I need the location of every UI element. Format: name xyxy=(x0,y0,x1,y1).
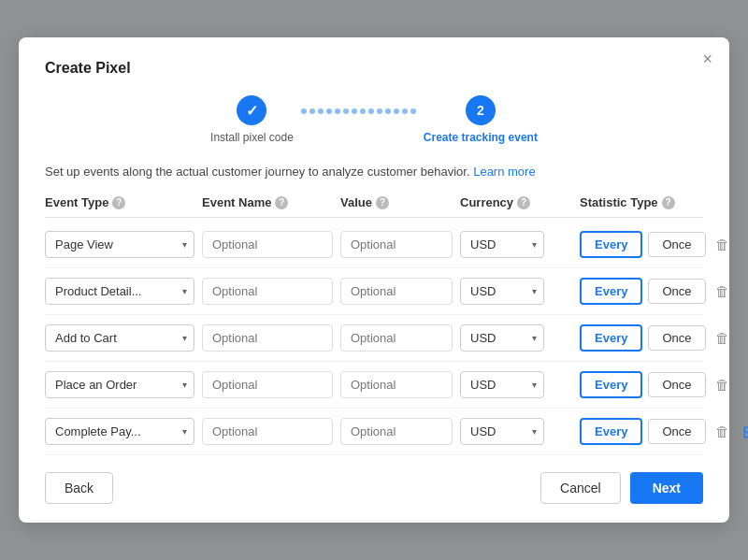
currency-select-wrapper-1: USDEURGBPCNY ▾ xyxy=(460,231,544,258)
th-currency: Currency ? xyxy=(460,195,572,209)
currency-select-3[interactable]: USDEURGBPCNY xyxy=(460,324,544,352)
event-rows: Page View Product Detail Add to Cart Pla… xyxy=(45,222,703,455)
value-input-4[interactable] xyxy=(340,371,453,398)
event-name-input-1[interactable] xyxy=(202,231,333,258)
step-connector xyxy=(294,108,424,114)
modal-title: Create Pixel xyxy=(45,60,703,77)
step-1-label: Install pixel code xyxy=(210,131,294,144)
event-type-select-2[interactable]: Product Detail... Page View Add to Cart … xyxy=(45,278,194,305)
create-pixel-modal: Create Pixel × ✓ Install pixel code xyxy=(19,37,729,523)
footer-right-actions: Cancel Next xyxy=(540,472,703,504)
currency-select-1[interactable]: USDEURGBPCNY xyxy=(460,231,544,258)
close-button[interactable]: × xyxy=(702,50,712,67)
learn-more-link[interactable]: Learn more xyxy=(473,165,535,179)
once-button-4[interactable]: Once xyxy=(648,372,705,397)
event-type-help-icon[interactable]: ? xyxy=(112,196,125,209)
step-1: ✓ Install pixel code xyxy=(210,95,294,144)
every-button-5[interactable]: Every xyxy=(580,418,642,445)
delete-row-button-2[interactable]: 🗑 xyxy=(712,281,733,301)
statistic-type-cell-3: Every Once 🗑 xyxy=(580,324,733,352)
event-type-select-wrapper-5: Complete Pay... Page View Product Detail… xyxy=(45,418,194,445)
step-2-circle: 2 xyxy=(466,95,496,125)
th-statistic-type: Statistic Type ? xyxy=(580,195,703,209)
statistic-type-help-icon[interactable]: ? xyxy=(662,196,675,209)
value-input-3[interactable] xyxy=(340,324,453,352)
statistic-type-cell-2: Every Once 🗑 xyxy=(580,278,733,305)
once-button-3[interactable]: Once xyxy=(648,325,705,351)
back-button[interactable]: Back xyxy=(45,472,113,504)
event-type-select-1[interactable]: Page View Product Detail Add to Cart Pla… xyxy=(45,231,194,258)
value-help-icon[interactable]: ? xyxy=(376,196,389,209)
step-2: 2 Create tracking event xyxy=(424,95,538,144)
modal-footer: Back Cancel Next xyxy=(45,472,703,504)
event-type-select-3[interactable]: Add to Cart Page View Product Detail Pla… xyxy=(45,324,194,352)
event-name-input-5[interactable] xyxy=(202,418,333,445)
delete-row-button-5[interactable]: 🗑 xyxy=(712,422,733,441)
add-row-button[interactable]: ⊞ xyxy=(739,420,749,444)
next-button[interactable]: Next xyxy=(630,472,703,504)
checkmark-icon: ✓ xyxy=(246,102,258,120)
table-row: Product Detail... Page View Add to Cart … xyxy=(45,268,703,315)
statistic-type-cell-4: Every Once 🗑 xyxy=(580,371,733,398)
event-type-select-wrapper-3: Add to Cart Page View Product Detail Pla… xyxy=(45,324,194,352)
event-type-select-wrapper-4: Place an Order Page View Product Detail … xyxy=(45,371,194,398)
currency-select-2[interactable]: USDEURGBPCNY xyxy=(460,278,544,305)
delete-row-button-4[interactable]: 🗑 xyxy=(712,375,733,395)
event-type-select-4[interactable]: Place an Order Page View Product Detail … xyxy=(45,371,194,398)
table-row: Place an Order Page View Product Detail … xyxy=(45,362,703,409)
value-input-2[interactable] xyxy=(340,278,453,305)
table-row: Page View Product Detail Add to Cart Pla… xyxy=(45,222,703,268)
every-button-3[interactable]: Every xyxy=(580,324,642,352)
once-button-2[interactable]: Once xyxy=(648,279,705,304)
currency-help-icon[interactable]: ? xyxy=(517,196,530,209)
every-button-4[interactable]: Every xyxy=(580,371,642,398)
once-button-5[interactable]: Once xyxy=(648,419,705,444)
th-event-type: Event Type ? xyxy=(45,195,194,209)
event-name-input-3[interactable] xyxy=(202,324,333,352)
every-button-1[interactable]: Every xyxy=(580,231,642,258)
value-input-5[interactable] xyxy=(340,418,453,445)
info-text: Set up events along the actual customer … xyxy=(45,165,703,179)
value-input-1[interactable] xyxy=(340,231,453,258)
currency-select-wrapper-4: USDEURGBPCNY ▾ xyxy=(460,371,544,398)
currency-select-wrapper-2: USDEURGBPCNY ▾ xyxy=(460,278,544,305)
currency-select-5[interactable]: USDEURGBPCNY xyxy=(460,418,544,445)
currency-select-wrapper-5: USDEURGBPCNY ▾ xyxy=(460,418,544,445)
event-type-select-wrapper-2: Product Detail... Page View Add to Cart … xyxy=(45,278,194,305)
statistic-type-cell-5: Every Once 🗑 ⊞ xyxy=(580,418,748,445)
th-value: Value ? xyxy=(340,195,453,209)
statistic-type-cell-1: Every Once 🗑 xyxy=(580,231,733,258)
currency-select-4[interactable]: USDEURGBPCNY xyxy=(460,371,544,398)
currency-select-wrapper-3: USDEURGBPCNY ▾ xyxy=(460,324,544,352)
delete-row-button-1[interactable]: 🗑 xyxy=(712,235,733,254)
table-header: Event Type ? Event Name ? Value ? Curren… xyxy=(45,195,703,218)
once-button-1[interactable]: Once xyxy=(648,232,705,257)
event-type-select-5[interactable]: Complete Pay... Page View Product Detail… xyxy=(45,418,194,445)
event-name-help-icon[interactable]: ? xyxy=(275,196,288,209)
event-name-input-2[interactable] xyxy=(202,278,333,305)
step-1-circle: ✓ xyxy=(237,95,266,125)
every-button-2[interactable]: Every xyxy=(580,278,642,305)
table-row: Add to Cart Page View Product Detail Pla… xyxy=(45,315,703,362)
event-type-select-wrapper-1: Page View Product Detail Add to Cart Pla… xyxy=(45,231,194,258)
delete-row-button-3[interactable]: 🗑 xyxy=(712,328,733,348)
modal-overlay: Create Pixel × ✓ Install pixel code xyxy=(0,0,748,560)
table-row: Complete Pay... Page View Product Detail… xyxy=(45,409,703,455)
step-2-label: Create tracking event xyxy=(424,131,538,144)
event-name-input-4[interactable] xyxy=(202,371,333,398)
stepper: ✓ Install pixel code xyxy=(45,95,703,144)
th-event-name: Event Name ? xyxy=(202,195,333,209)
cancel-button[interactable]: Cancel xyxy=(540,472,621,504)
